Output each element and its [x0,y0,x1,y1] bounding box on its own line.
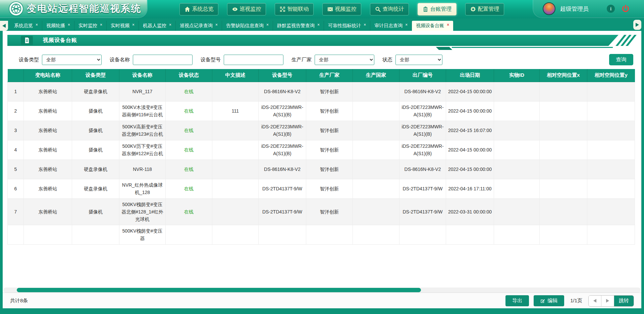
tab-label: 视频设备台账 [416,23,444,29]
status-select[interactable]: 全部 [395,55,442,65]
query-button[interactable]: 查询 [609,54,633,65]
page-title-bar: 视频设备台账 [3,35,641,50]
tab-close-icon[interactable]: × [215,22,218,27]
export-button[interactable]: 导出 [505,295,529,306]
cell [587,198,635,225]
power-icon[interactable] [622,5,630,13]
table-row[interactable]: 2东善桥站摄像机500KV木渎变#变压器南侧#116#云台机在线111iDS-2… [8,101,635,121]
document-icon [21,36,33,45]
nav-button-linkage[interactable]: 智能联动 [275,3,314,15]
cell: NVR_117 [119,82,166,101]
cell: 7 [8,198,24,225]
tab[interactable]: 系统总览× [10,21,42,31]
edit-button-label: 编辑 [547,298,557,304]
tab-close-icon[interactable]: × [364,22,366,27]
cell [399,225,446,244]
cell [166,225,212,244]
state-grid-globe-logo [9,1,23,16]
content-frame: 视频设备台账 设备类型 全部 设备名称 设备型号 生产厂家 全部 状态 全部 查… [3,31,641,308]
cell [494,179,540,198]
nav-button-label: 查询统计 [383,6,404,13]
device-type-select[interactable]: 全部 [42,55,102,65]
tab-scroll-left-icon[interactable] [0,21,8,31]
tab[interactable]: 视频轮播× [42,21,74,31]
tab-scroll-right-icon[interactable] [633,20,641,30]
table-row[interactable]: 4东善桥站摄像机500KV历下变#变压器东侧#122#云台机在线iDS-2DE7… [8,140,635,160]
status-label: 状态 [382,57,392,63]
tab-close-icon[interactable]: × [169,22,171,27]
cell [540,179,587,198]
tab-close-icon[interactable]: × [36,22,38,27]
cell: DS-8616N-K8-V2 [259,82,306,101]
cell: DS-2TD4137T-9/W [259,179,306,198]
table-row[interactable]: 3东善桥站摄像机500KV高新变#变压器北侧#123#云台机在线iDS-2DE7… [8,121,635,140]
tab[interactable]: 静默监视告警查询× [273,21,324,31]
cell: NVR_红外热成像球机_128 [119,179,166,198]
table-row[interactable]: 5东善桥站硬盘录像机NVR-118在线DS-8616N-K8-V2智洋创新DS-… [8,160,635,179]
cell: 111 [212,101,259,121]
tab[interactable]: 告警缺陷信息查询× [222,21,273,31]
cell [587,140,635,160]
table-row[interactable]: 1东善桥站硬盘录像机NVR_117在线DS-8616N-K8-V2智洋创新DS-… [8,82,635,101]
prev-page-icon[interactable] [589,296,601,306]
column-header: 设备名称 [119,69,166,82]
jump-button[interactable]: 跳转 [614,296,634,306]
nav-button-patrol[interactable]: 巡视监控 [227,3,266,15]
status-badge: 在线 [184,167,194,172]
tab[interactable]: 机器人监控× [139,21,176,31]
nav-button-label: 巡视监控 [240,6,261,13]
next-page-icon[interactable] [601,296,614,306]
tab-close-icon[interactable]: × [447,22,449,27]
linkage-icon [280,6,285,12]
tab[interactable]: 实时监控× [74,21,107,31]
tab-close-icon[interactable]: × [317,22,320,27]
table-row[interactable]: 6东善桥站硬盘录像机NVR_红外热成像球机_128在线DS-2TD4137T-9… [8,179,635,198]
cell: 东善桥站 [24,198,72,225]
nav-button-overview[interactable]: 系统总览 [179,3,218,15]
total-count: 共计8条 [10,298,28,304]
avatar[interactable] [543,2,555,15]
tab-close-icon[interactable]: × [132,22,135,27]
tab[interactable]: 审计日志查询× [370,21,412,31]
cell [540,225,587,244]
manufacturer-select[interactable]: 全部 [315,55,374,65]
cell [212,121,259,140]
tab-close-icon[interactable]: × [266,22,269,27]
tab[interactable]: 视频设备台账× [412,21,453,31]
horizontal-scrollbar-thumb[interactable] [17,288,421,292]
tab[interactable]: 实时视频× [107,21,139,31]
cell: iDS-2DE7223MWR-A(S1)(B) [259,121,306,140]
cell: 1 [8,82,24,101]
device-name-label: 设备名称 [110,57,130,63]
tab-close-icon[interactable]: × [68,22,70,27]
table-row[interactable]: 7东善桥站摄像机500KV槐荫变#变压器北侧#128_1#红外光球机在线DS-2… [8,198,635,225]
nav-button-query[interactable]: 查询统计 [370,3,409,15]
device-name-input[interactable] [133,55,193,65]
nav-button-config[interactable]: 配置管理 [465,3,504,15]
cell [540,160,587,179]
cell [306,225,353,244]
cell: 摄像机 [72,140,119,160]
tab-label: 静默监视告警查询 [277,23,315,29]
nav-button-video[interactable]: 视频监控 [322,3,361,15]
cell [212,160,259,179]
tab-close-icon[interactable]: × [405,22,408,27]
cell [212,140,259,160]
cell: 2022-04-16 17:11:00 [446,179,494,198]
cell [587,101,635,121]
cell [212,179,259,198]
info-icon[interactable]: i [607,5,615,13]
edit-button[interactable]: 编辑 [534,295,564,306]
nav-button-ledger[interactable]: 台账管理 [418,3,457,15]
tab-close-icon[interactable]: × [100,22,102,27]
cell: 2022-04-15 00:00:00 [446,140,494,160]
tab-label: 实时视频 [111,23,129,29]
cell: iDS-2DE7223MWR-A(S1)(B) [399,140,446,160]
device-model-input[interactable] [224,55,283,65]
tab[interactable]: 可靠性指标统计× [324,21,370,31]
status-badge: 在线 [184,147,194,152]
tab[interactable]: 巡视点记录查询× [176,21,222,31]
table-row[interactable]: 500KV槐荫变#变压器 [8,225,635,244]
cell [212,198,259,225]
column-header: 设备状态 [166,69,212,82]
